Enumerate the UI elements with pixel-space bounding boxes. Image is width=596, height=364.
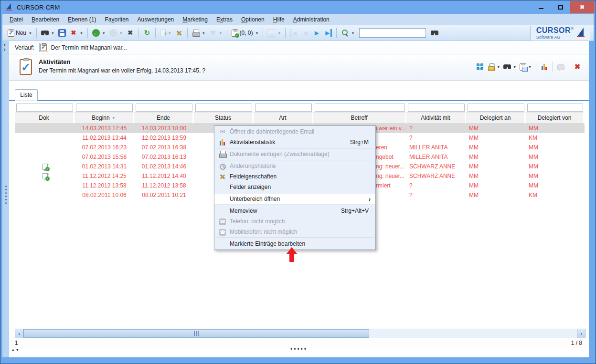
refresh-button[interactable]: ↻: [142, 27, 152, 39]
clipboard-export-button[interactable]: ▼: [520, 63, 532, 71]
nav-first-button[interactable]: ◀: [288, 27, 299, 39]
splitter-grip-icon[interactable]: [290, 346, 308, 353]
scroll-right-arrow[interactable]: ›: [577, 329, 585, 338]
column-header-delegiert-von[interactable]: Delegiert von: [526, 112, 585, 124]
context-menu-item-mobiltelefon-nicht-möglich[interactable]: ☎Mobiltelefon: nicht möglich: [214, 227, 375, 237]
cell-aktivität-mit: ?: [406, 133, 466, 143]
menubar-item-hilfe[interactable]: Hilfe: [269, 14, 289, 25]
binoculars-button[interactable]: ▼: [40, 27, 56, 39]
context-menu-item-dokumente-einfügen-zwischenablage[interactable]: Dokumente einfügen (Zwischenablage): [214, 149, 375, 159]
binoculars-button[interactable]: ▼: [503, 63, 516, 71]
grid-button[interactable]: [476, 63, 484, 71]
column-header-status[interactable]: Status: [194, 112, 254, 124]
history-entry-iconbox: [39, 43, 48, 52]
menubar-item-bearbeiten[interactable]: Bearbeiten: [27, 14, 64, 25]
menu-item-label: Memoview: [230, 208, 341, 214]
panel-collapse-toggle[interactable]: [4, 42, 8, 53]
column-label: Betreff: [351, 114, 367, 121]
search-input[interactable]: [359, 28, 426, 38]
menubar-item-optionen[interactable]: Optionen: [237, 14, 269, 25]
filter-delegiert-von[interactable]: [527, 104, 583, 112]
menubar-item-administration[interactable]: Administration: [289, 14, 334, 25]
cell-beginn: 11.12.2012 13:58: [74, 181, 134, 190]
splitter-arrows-icon[interactable]: [12, 347, 19, 352]
clipboard-new-button[interactable]: Neu▼: [6, 27, 33, 39]
filter-delegiert-an[interactable]: [468, 104, 524, 112]
back-circle-button[interactable]: ←▼: [91, 27, 107, 39]
column-header-betreff[interactable]: Betreff: [313, 112, 406, 124]
cancel-x-button[interactable]: ✖: [125, 27, 136, 39]
brand-subtitle: Software AG: [536, 35, 574, 40]
clipboard-count-button[interactable]: (0, 0)▼: [230, 27, 260, 39]
menubar-item-datei[interactable]: Datei: [5, 14, 27, 25]
context-menu-item-unterbereich-öffnen[interactable]: Unterbereich öffnen›: [214, 194, 375, 204]
filter-cell: [134, 102, 194, 113]
refresh-icon: ↻: [143, 29, 151, 37]
clipboard-new-label: Neu: [16, 30, 26, 36]
person-search-button[interactable]: ▼: [340, 27, 356, 39]
doc-add-icon: [160, 30, 166, 36]
save-button[interactable]: [57, 27, 67, 39]
thumb-grip-icon: [194, 331, 195, 336]
clock-icon: [220, 164, 226, 170]
minimize-button[interactable]: [532, 1, 551, 13]
menubar-item-extras[interactable]: Extras: [212, 14, 237, 25]
send-button[interactable]: →▼: [266, 27, 282, 39]
context-menu-item-feldeigenschaften[interactable]: Feldeigenschaften: [214, 171, 375, 182]
filter-ende[interactable]: [136, 104, 192, 112]
tab-liste[interactable]: Liste: [15, 89, 38, 101]
cell-delegiert-an: MM: [466, 190, 526, 200]
column-header-beginn[interactable]: Beginn▼: [74, 112, 134, 124]
close-red-button[interactable]: ✖: [574, 63, 581, 71]
context-menu-item-memoview[interactable]: MemoviewStrg+Alt+V: [214, 206, 375, 216]
menubar-item-marketing[interactable]: Marketing: [178, 14, 212, 25]
barchart-icon: [219, 138, 226, 146]
menubar-item-ebenen-1[interactable]: Ebenen (1): [64, 14, 100, 25]
filter-cell: [406, 102, 466, 113]
doc-add-button[interactable]: ▼: [159, 27, 173, 39]
filter-dok[interactable]: [16, 104, 73, 112]
context-menu-item-öffnet-die-dahinterliegende-email[interactable]: ✉Öffnet die dahinterliegende Email: [214, 126, 375, 137]
history-entry[interactable]: Der Termin mit Magnani war...: [39, 43, 127, 52]
bottom-splitter[interactable]: [9, 347, 589, 354]
binoculars-button[interactable]: [429, 27, 440, 39]
context-menu-item-aktivitätenstatistik[interactable]: AktivitätenstatistikStrg+M: [214, 137, 375, 147]
cell-delegiert-von: MM: [526, 162, 585, 171]
menubar-item-auswertungen[interactable]: Auswertungen: [133, 14, 179, 25]
lock-button[interactable]: ▼: [487, 63, 500, 71]
column-label: Status: [215, 114, 231, 121]
context-menu-item-telefon-nicht-möglich[interactable]: ☎Telefon: nicht möglich: [214, 216, 375, 227]
scroll-left-arrow[interactable]: ‹: [15, 329, 23, 338]
delete-x-button[interactable]: ✖▼: [68, 27, 85, 39]
column-header-dok[interactable]: Dok: [15, 112, 74, 124]
barchart-button[interactable]: [541, 63, 548, 71]
panel-drag-grip[interactable]: [5, 186, 7, 187]
menubar-item-favoriten[interactable]: Favoriten: [100, 14, 133, 25]
maximize-button[interactable]: [551, 1, 570, 13]
filter-betreff[interactable]: [315, 104, 405, 112]
nav-prev-button[interactable]: ◀: [300, 27, 310, 39]
tools-button[interactable]: [174, 27, 184, 39]
column-header-delegiert-an[interactable]: Delegiert an: [466, 112, 526, 124]
filter-status[interactable]: [195, 104, 252, 112]
column-header-art[interactable]: Art: [254, 112, 313, 124]
close-button[interactable]: ✖: [570, 1, 595, 13]
printer-button[interactable]: ▼: [191, 27, 207, 39]
scrollbar-thumb[interactable]: [23, 329, 369, 338]
scrollbar-track[interactable]: [23, 329, 577, 338]
filter-beginn[interactable]: [76, 104, 133, 112]
column-header-ende[interactable]: Ende: [134, 112, 194, 124]
filter-art[interactable]: [255, 104, 312, 112]
info-button[interactable]: [557, 64, 564, 70]
context-menu-item-änderungshistorie[interactable]: Änderungshistorie: [214, 161, 375, 171]
forward-circle-button[interactable]: →▼: [108, 27, 124, 39]
column-label: Delegiert von: [538, 114, 572, 121]
nav-next-button[interactable]: ▶: [311, 27, 322, 39]
nav-last-button[interactable]: ▶: [323, 27, 333, 39]
email-button[interactable]: ✉▼: [208, 27, 224, 39]
context-menu-separator: [215, 148, 374, 148]
filter-aktivität-mit[interactable]: [408, 104, 465, 112]
context-menu-item-felder-anzeigen[interactable]: Felder anzeigen: [214, 182, 375, 192]
column-header-aktivität-mit[interactable]: Aktivität mit: [406, 112, 466, 124]
status-bar: 1 1 / 8: [9, 339, 589, 346]
